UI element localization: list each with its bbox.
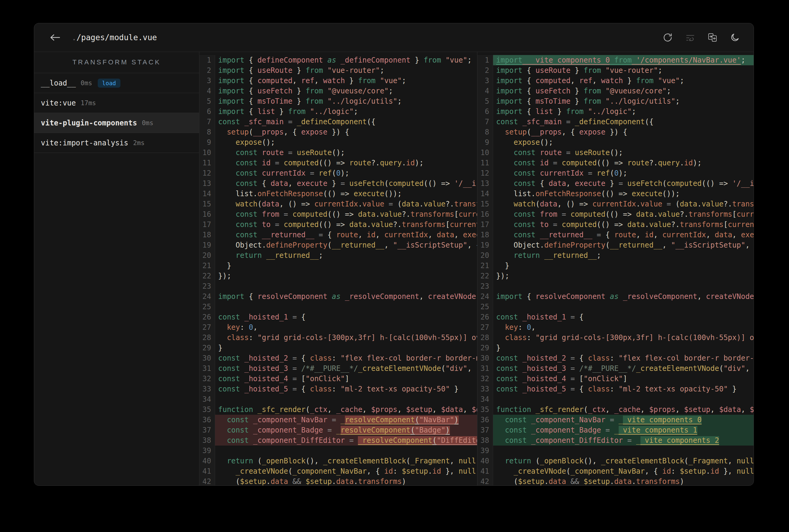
line-number: 41: [199, 466, 215, 476]
line-number: 7: [199, 117, 215, 127]
code-line-row: 37 const _component_Badge = _resolveComp…: [199, 425, 477, 435]
code-line-row: 22});: [199, 271, 477, 281]
line-number: 4: [199, 86, 215, 96]
code-line-row: 35function _sfc_render(_ctx, _cache, $pr…: [199, 404, 477, 415]
code-line: class: "grid grid-cols-[300px,3fr] h-[ca…: [215, 332, 477, 343]
code-line: _createVNode(_component_NavBar, { id: $s…: [493, 466, 754, 476]
plugin-name: vite:vue: [41, 99, 76, 107]
sidebar-item-vite-vue[interactable]: vite:vue17ms: [34, 93, 199, 113]
line-number: 9: [477, 137, 493, 148]
code-line: import { useFetch } from "@vueuse/core";: [493, 86, 754, 96]
code-line: import { defineComponent as _defineCompo…: [215, 55, 477, 65]
code-line: const _hoisted_3 = /*#__PURE__*/_createE…: [493, 363, 754, 374]
line-number: 37: [199, 425, 215, 435]
code-line: const _component_DiffEditor = _resolveCo…: [215, 435, 477, 445]
line-number: 10: [477, 148, 493, 158]
code-line-row: 7const _sfc_main = _defineComponent({: [477, 117, 754, 127]
line-number: 13: [199, 178, 215, 189]
line-number: 30: [199, 353, 215, 363]
desktop-background: ./pages/module.vue: [0, 0, 789, 532]
code-line-row: 29}: [477, 343, 754, 353]
code-line: const currentIdx = ref(0);: [215, 168, 477, 178]
code-line-row: 42 ($setup.data && $setup.data.transform…: [199, 476, 477, 486]
line-number: 22: [199, 271, 215, 281]
line-number: 21: [199, 261, 215, 271]
code-line-row: 35function _sfc_render(_ctx, _cache, $pr…: [477, 404, 754, 415]
line-number: 13: [477, 178, 493, 189]
line-number: 8: [477, 127, 493, 137]
pane-padding: [199, 52, 477, 55]
transform-flow-button[interactable]: [685, 32, 696, 43]
code-line: }: [493, 343, 754, 353]
code-line: class: "grid grid-cols-[300px,3fr] h-[ca…: [493, 332, 754, 343]
code-line-row: 12 const currentIdx = ref(0);: [199, 168, 477, 178]
code-line: function _sfc_render(_ctx, _cache, $prop…: [493, 404, 754, 415]
code-line-row: 8 setup(__props, { expose }) {: [199, 127, 477, 137]
sidebar-item-vite-import-analysis[interactable]: vite:import-analysis2ms: [34, 133, 199, 153]
file-path-prefix: .: [72, 33, 76, 42]
line-number: 24: [477, 291, 493, 302]
line-number: 2: [477, 65, 493, 76]
refresh-icon: [663, 33, 673, 42]
line-number: 33: [477, 384, 493, 394]
code-line: const to = computed(() => data.value?.tr…: [215, 220, 477, 230]
code-line-row: 7const _sfc_main = _defineComponent({: [199, 117, 477, 127]
code-line-row: 6import { list } from "../logic";: [477, 107, 754, 117]
code-line: [215, 394, 477, 404]
code-line-row: 27 key: 0,: [477, 322, 754, 332]
line-number: 9: [199, 137, 215, 148]
back-button[interactable]: [48, 32, 62, 43]
line-number: 1: [477, 55, 493, 65]
code-line: Object.defineProperty(__returned__, "__i…: [493, 240, 754, 250]
code-line: return __returned__;: [493, 250, 754, 261]
line-number: 21: [477, 261, 493, 271]
dark-mode-toggle[interactable]: [729, 32, 740, 43]
code-line: const currentIdx = ref(0);: [493, 168, 754, 178]
code-line-row: 31const _hoisted_3 = /*#__PURE__*/_creat…: [477, 363, 754, 374]
header: ./pages/module.vue: [34, 23, 754, 52]
code-line: key: 0,: [215, 322, 477, 332]
code-line-row: 22});: [477, 271, 754, 281]
code-line: import { list } from "../logic";: [215, 107, 477, 117]
plugin-time: 17ms: [81, 99, 96, 107]
sidebar-item--load-[interactable]: __load__0msload: [34, 73, 199, 93]
code-line: return (_openBlock(), _createElementBloc…: [215, 456, 477, 466]
line-number: 27: [199, 322, 215, 332]
code-line-row: 5import { msToTime } from "../logic/util…: [477, 96, 754, 107]
line-number: 5: [477, 96, 493, 107]
code-line-row: 34: [199, 394, 477, 404]
code-line-row: 11 const id = computed(() => route?.quer…: [199, 158, 477, 168]
code-line: });: [215, 271, 477, 281]
sidebar-item-vite-plugin-components[interactable]: vite-plugin-components0ms: [34, 113, 199, 133]
code-line-row: 37 const _component_Badge = __vite_compo…: [477, 425, 754, 435]
code-line-row: 31const _hoisted_3 = /*#__PURE__*/_creat…: [199, 363, 477, 374]
line-number: 28: [477, 332, 493, 343]
line-number: 8: [199, 127, 215, 137]
line-number: 40: [199, 456, 215, 466]
code-line: const __returned__ = { route, id, curren…: [215, 230, 477, 240]
code-line: ($setup.data && $setup.data.transforms): [215, 476, 477, 486]
code-line-row: 9 expose();: [199, 137, 477, 148]
code-line: import { resolveComponent as _resolveCom…: [493, 291, 754, 302]
code-line-row: 17 const to = computed(() => data.value?…: [477, 220, 754, 230]
code-line-row: 13 const { data, execute } = useFetch(co…: [199, 178, 477, 189]
code-line-row: 23: [477, 281, 754, 291]
code-line-row: 41 _createVNode(_component_NavBar, { id:…: [199, 466, 477, 476]
line-number: 16: [199, 209, 215, 220]
code-line: list.onFetchResponse(() => execute());: [215, 189, 477, 199]
file-path: ./pages/module.vue: [72, 33, 157, 42]
code-line-row: 13 const { data, execute } = useFetch(co…: [477, 178, 754, 189]
code-line-row: 14 list.onFetchResponse(() => execute())…: [199, 189, 477, 199]
line-number: 14: [477, 189, 493, 199]
split-diff-button[interactable]: [707, 32, 718, 43]
code-line-row: 17 const to = computed(() => data.value?…: [199, 220, 477, 230]
arrow-left-icon: [49, 33, 61, 42]
code-line: Object.defineProperty(__returned__, "__i…: [215, 240, 477, 250]
code-line: const _component_DiffEditor = __vite_com…: [493, 435, 754, 445]
refresh-button[interactable]: [662, 32, 673, 43]
code-line-row: 5import { msToTime } from "../logic/util…: [199, 96, 477, 107]
code-line: const _hoisted_2 = { class: "flex flex-c…: [215, 353, 477, 363]
code-line-row: 20 return __returned__;: [477, 250, 754, 261]
line-number: 34: [477, 394, 493, 404]
code-line: const _hoisted_5 = { class: "ml-2 text-x…: [493, 384, 754, 394]
